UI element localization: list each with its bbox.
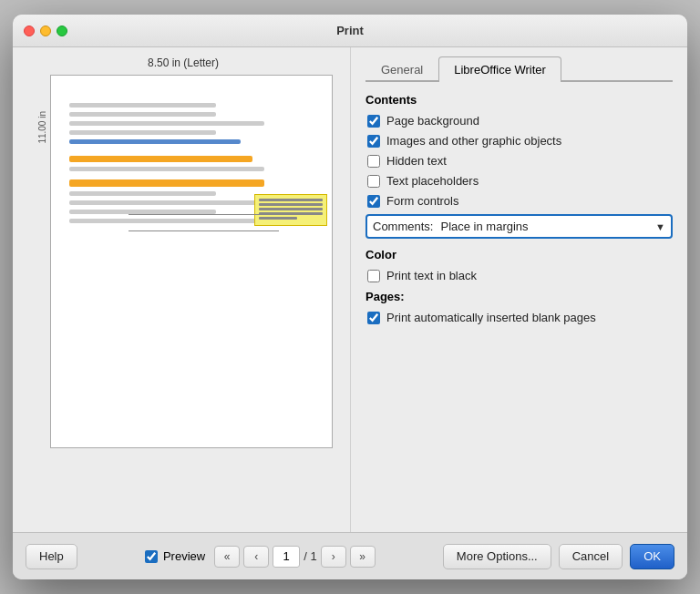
ruler-left: 11.00 in [34, 75, 50, 144]
page-background-label: Page background [386, 114, 479, 128]
page-background-checkbox[interactable] [367, 115, 380, 128]
doc-line [69, 179, 264, 187]
maximize-button[interactable] [57, 26, 67, 36]
minimize-button[interactable] [40, 26, 51, 36]
first-page-button[interactable]: « [214, 546, 240, 568]
preview-label: Preview [163, 549, 205, 563]
color-section-title: Color [365, 248, 673, 261]
doc-line [69, 112, 216, 117]
page-background-row: Page background [365, 114, 673, 128]
doc-line [69, 156, 252, 162]
images-graphics-row: Images and other graphic objects [365, 134, 673, 148]
ok-button[interactable]: OK [630, 544, 674, 569]
hidden-text-row: Hidden text [365, 154, 673, 168]
doc-line [69, 121, 264, 126]
page-preview [50, 75, 333, 448]
print-dialog: Print 8.50 in (Letter) 11.00 in [13, 15, 687, 579]
dropdown-arrow-icon: ▼ [655, 221, 665, 232]
doc-line [69, 167, 264, 171]
text-placeholders-checkbox[interactable] [367, 175, 380, 188]
tab-libreoffice-writer[interactable]: LibreOffice Writer [438, 56, 561, 82]
preview-panel: 8.50 in (Letter) 11.00 in [13, 47, 350, 532]
print-black-checkbox[interactable] [367, 270, 380, 282]
dialog-body: 8.50 in (Letter) 11.00 in [13, 47, 687, 532]
form-controls-row: Form controls [365, 194, 673, 208]
preview-area: 11.00 in [26, 75, 341, 523]
doc-line [69, 191, 216, 196]
print-blank-checkbox[interactable] [367, 312, 380, 324]
bottom-bar: Help Preview « ‹ / 1 › » More Options...… [13, 532, 687, 579]
pages-section-title: Pages: [365, 290, 673, 303]
print-blank-label: Print automatically inserted blank pages [386, 311, 596, 324]
text-placeholders-row: Text placeholders [365, 174, 673, 188]
connector-line [129, 230, 279, 231]
preview-check-row: Preview [145, 549, 205, 563]
form-controls-label: Form controls [386, 194, 458, 208]
tabs: General LibreOffice Writer [365, 56, 673, 82]
next-page-button[interactable]: › [321, 546, 346, 568]
page-total: / 1 [304, 549, 316, 563]
more-options-button[interactable]: More Options... [443, 544, 551, 569]
doc-line [69, 130, 216, 135]
contents-section-title: Contents [365, 93, 673, 107]
doc-line [69, 139, 241, 144]
doc-line [69, 103, 216, 108]
settings-panel: General LibreOffice Writer Contents Page… [350, 47, 687, 532]
comments-label: Comments: [373, 220, 433, 233]
tab-general[interactable]: General [365, 56, 438, 82]
text-placeholders-label: Text placeholders [386, 174, 479, 188]
title-bar: Print [13, 15, 687, 47]
nav-buttons: « ‹ / 1 › » [214, 546, 375, 568]
bottom-right: More Options... Cancel OK [443, 544, 674, 569]
preview-checkbox[interactable] [145, 550, 158, 563]
bottom-left: Help [26, 544, 77, 569]
dialog-title: Print [336, 24, 364, 37]
ruler-label: 11.00 in [37, 111, 47, 144]
images-graphics-checkbox[interactable] [367, 135, 380, 148]
print-black-row: Print text in black [365, 269, 673, 282]
last-page-button[interactable]: » [350, 546, 376, 568]
doc-line [69, 200, 264, 205]
print-black-label: Print text in black [386, 269, 477, 282]
current-page-input[interactable] [273, 546, 300, 568]
preview-nav-section: Preview « ‹ / 1 › » [145, 546, 376, 568]
hidden-text-checkbox[interactable] [367, 155, 380, 168]
help-button[interactable]: Help [26, 544, 77, 569]
comment-note [254, 194, 327, 226]
page-size-label: 8.50 in (Letter) [148, 56, 219, 69]
comments-select[interactable]: Do not print Place at end of document Pl… [440, 220, 648, 233]
hidden-text-label: Hidden text [386, 154, 447, 168]
close-button[interactable] [24, 26, 35, 36]
comments-row: Comments: Do not print Place at end of d… [365, 214, 673, 239]
form-controls-checkbox[interactable] [367, 195, 380, 208]
connector-line [129, 214, 274, 215]
print-blank-row: Print automatically inserted blank pages [365, 311, 673, 324]
cancel-button[interactable]: Cancel [559, 544, 623, 569]
traffic-lights [24, 26, 67, 36]
help-section: Help [26, 544, 77, 569]
prev-page-button[interactable]: ‹ [243, 546, 269, 568]
images-graphics-label: Images and other graphic objects [386, 134, 561, 148]
